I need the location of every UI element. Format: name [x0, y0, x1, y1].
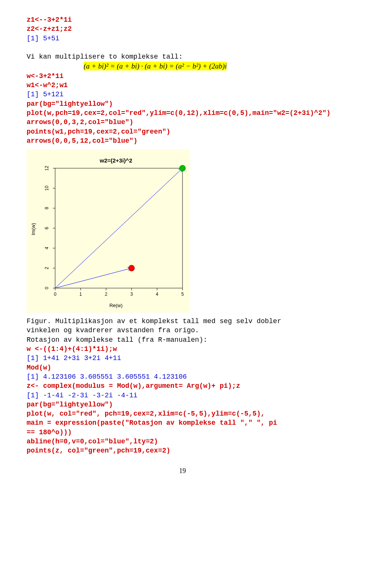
code-line: == 180^o)))	[27, 428, 338, 437]
svg-text:8: 8	[44, 207, 49, 210]
code-line: z<- complex(modulus = Mod(w),argument= A…	[27, 381, 338, 390]
code-line: w<-3+2*1i	[27, 72, 338, 81]
output-line: [1] 4.123106 3.605551 3.605551 4.123106	[27, 372, 338, 381]
svg-text:3: 3	[130, 292, 133, 297]
code-line: z1<--3+2*1i	[27, 15, 338, 24]
body-text: Figur. Multiplikasjon av et komplekst ta…	[27, 317, 338, 326]
y-axis: 024681012	[44, 166, 55, 289]
code-line: w1<-w^2;w1	[27, 81, 338, 90]
code-line: z2<-z+z1;z2	[27, 24, 338, 33]
code-line: main = expression(paste("Rotasjon av kom…	[27, 418, 338, 427]
highlighted-formula: (a + bi)² = (a + bi) · (a + bi) = (a² − …	[84, 62, 227, 70]
output-line: [1] 5+5i	[27, 34, 338, 43]
svg-text:2: 2	[105, 292, 108, 297]
code-line: Mod(w)	[27, 363, 338, 372]
svg-text:12: 12	[44, 166, 49, 171]
code-line: par(bg="lightyellow")	[27, 99, 338, 108]
output-line: [1] 5+12i	[27, 90, 338, 99]
code-line: arrows(0,0,5,12,col="blue")	[27, 136, 338, 145]
code-line: abline(h=0,v=0,col="blue",lty=2)	[27, 437, 338, 446]
code-line: plot(w,pch=19,cex=2,col="red",ylim=c(0,1…	[27, 108, 338, 118]
chart-title: w2=(2+3i)^2	[99, 157, 132, 164]
code-line: w <-((1:4)+(4:1)*1i);w	[27, 344, 338, 354]
svg-text:5: 5	[181, 292, 184, 297]
svg-text:2: 2	[44, 267, 49, 269]
output-line: [1] -1-4i -2-3i -3-2i -4-1i	[27, 391, 338, 400]
y-axis-label: Im(w)	[30, 223, 36, 236]
page-number: 19	[27, 467, 338, 475]
svg-line-29	[55, 168, 182, 288]
svg-text:4: 4	[156, 292, 159, 297]
body-text: vinkelen og kvadrerer avstanden fra orig…	[27, 326, 338, 335]
chart-container: w2=(2+3i)^2 024681012 012345 Re(w) Im(w)	[27, 149, 190, 313]
output-line: [1] 1+4i 2+3i 3+2i 4+1i	[27, 354, 338, 363]
code-line: plot(w, col="red", pch=19,cex=2,xlim=c(-…	[27, 409, 338, 418]
body-text: Vi kan multiplisere to komplekse tall:	[27, 52, 338, 61]
chart-svg: w2=(2+3i)^2 024681012 012345 Re(w) Im(w)	[27, 149, 190, 313]
code-line: par(bg="lightyellow")	[27, 400, 338, 409]
svg-point-33	[179, 165, 186, 171]
svg-text:0: 0	[44, 287, 49, 290]
svg-text:1: 1	[79, 292, 82, 297]
svg-text:4: 4	[44, 247, 49, 250]
code-line: points(w1,pch=19,cex=2,col="green")	[27, 127, 338, 136]
svg-text:6: 6	[44, 227, 49, 229]
arrows-group	[55, 168, 182, 288]
code-line: points(z, col="green",pch=19,cex=2)	[27, 446, 338, 455]
svg-text:10: 10	[44, 186, 49, 191]
math-formula: (a + bi)² = (a + bi) · (a + bi) = (a² − …	[27, 61, 338, 71]
svg-point-32	[129, 265, 135, 271]
points-group	[129, 165, 186, 271]
code-line: arrows(0,0,3,2,col="blue")	[27, 118, 338, 127]
svg-line-26	[55, 268, 132, 288]
x-axis-label: Re(w)	[110, 303, 123, 308]
x-axis: 012345	[54, 288, 184, 297]
svg-text:0: 0	[54, 292, 57, 297]
empty-line	[27, 43, 338, 52]
body-text: Rotasjon av komplekse tall (fra R-manual…	[27, 335, 338, 344]
